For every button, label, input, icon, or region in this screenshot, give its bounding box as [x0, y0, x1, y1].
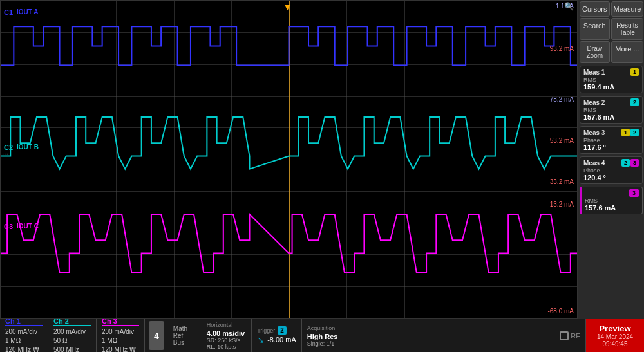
- ch1-bottom-detail3: 120 MHz ₩: [5, 346, 43, 353]
- ref-label: Ref: [173, 332, 194, 339]
- ch3-meas-block: 3 RMS 157.6 mA: [580, 187, 643, 214]
- rf-label: RF: [571, 332, 580, 340]
- y-label-ch2-mid: 53.2 mA: [550, 137, 574, 144]
- meas3-block: Meas 3 1 2 Phase 117.6 °: [580, 126, 643, 154]
- meas1-value: 159.4 mA: [583, 83, 639, 91]
- trigger-symbol: ↘: [257, 335, 265, 345]
- ch3-bottom-detail3: 120 MHz ₩: [102, 346, 139, 353]
- search-button[interactable]: Search: [580, 18, 610, 40]
- preview-time: 09:49:45: [603, 340, 628, 347]
- ch1-bottom-detail1: 200 mA/div: [5, 328, 43, 337]
- ch3-label: C3: [4, 223, 13, 230]
- ch2-bottom-detail3: 500 MHz: [53, 346, 91, 353]
- channel-number-badge: 4: [149, 321, 164, 350]
- ch3-signal-name: IOUT C: [17, 223, 39, 230]
- ch1-signal-name: IOUT A: [17, 8, 39, 15]
- meas3-badge-1: 1: [621, 129, 630, 136]
- main-area: C1 IOUT A C2 IOUT B C3 IOUT C 1.13 A 93.…: [0, 0, 644, 319]
- y-label-ch2-bot: 33.2 mA: [550, 178, 574, 185]
- meas4-title: Meas 4: [583, 160, 605, 167]
- meas2-type: RMS: [583, 107, 639, 113]
- meas3-badge-2: 2: [630, 129, 639, 136]
- ch1-bottom-detail2: 1 MΩ: [5, 337, 43, 346]
- trigger-label: Trigger: [257, 328, 275, 334]
- y-label-ch1-mid: 93.2 mA: [550, 45, 574, 52]
- more-button[interactable]: More ...: [611, 41, 644, 63]
- ch2-signal-name: IOUT B: [17, 144, 39, 151]
- trigger-badge: 2: [278, 326, 287, 335]
- acquisition-label: Acquisition: [307, 325, 338, 331]
- acquisition-block: Acquisition High Res Single: 1/1: [302, 319, 344, 352]
- bottom-bar: Ch 1 200 mA/div 1 MΩ 120 MHz ₩ Ch 2 200 …: [0, 319, 644, 352]
- rf-icon: [560, 331, 569, 340]
- draw-zoom-button[interactable]: Draw Zoom: [580, 41, 610, 63]
- meas1-type: RMS: [583, 77, 639, 83]
- meas1-badge: 1: [630, 68, 639, 76]
- scope-screen: C1 IOUT A C2 IOUT B C3 IOUT C 1.13 A 93.…: [0, 0, 578, 319]
- waveform-display: [1, 1, 577, 318]
- y-label-ch3-top: 13.2 mA: [550, 201, 574, 208]
- search-marker: 🔍: [564, 2, 574, 11]
- right-panel: Cursors Measure Search Results Table Dra…: [578, 0, 644, 319]
- horizontal-rl: RL: 10 kpts: [207, 344, 245, 350]
- trigger-block: Trigger 2 ↘ -8.00 mA: [252, 319, 302, 352]
- meas1-block: Meas 1 1 RMS 159.4 mA: [580, 66, 643, 93]
- ch1-id: C1: [4, 8, 13, 16]
- meas3-title: Meas 3: [583, 129, 605, 136]
- meas2-title: Meas 2: [583, 99, 605, 106]
- ch2-bottom-detail2: 50 Ω: [53, 337, 91, 346]
- bus-label: Bus: [173, 339, 194, 346]
- y-label-ch3-bot: -68.0 mA: [547, 308, 574, 315]
- meas2-block: Meas 2 2 RMS 157.6 mA: [580, 96, 643, 124]
- rf-block: RF: [554, 319, 586, 352]
- preview-date: 14 Mar 2024: [597, 333, 633, 340]
- math-ref-bus: Math Ref Bus: [168, 319, 200, 352]
- ch1-label: C1: [4, 8, 13, 16]
- dots-indicator: ···: [2, 150, 8, 158]
- results-table-button[interactable]: Results Table: [611, 18, 644, 40]
- ch3-bottom-detail1: 200 mA/div: [102, 328, 139, 337]
- meas1-title: Meas 1: [583, 69, 605, 76]
- meas3-type: Phase: [583, 137, 639, 144]
- meas2-badge: 2: [630, 98, 639, 106]
- meas4-badge-2: 3: [630, 159, 639, 167]
- trigger-value: -8.00 mA: [267, 336, 296, 344]
- horizontal-block: Horizontal 4.00 ms/div SR: 250 kS/s RL: …: [200, 319, 252, 352]
- ch2-info: Ch 2 200 mA/div 50 Ω 500 MHz: [48, 319, 97, 352]
- y-label-ch2-top: 78.2 mA: [550, 96, 574, 103]
- preview-label: Preview: [599, 324, 630, 333]
- cursors-button[interactable]: Cursors: [580, 1, 610, 17]
- acquisition-detail1: High Res: [307, 333, 338, 340]
- ch1-info: Ch 1 200 mA/div 1 MΩ 120 MHz ₩: [0, 319, 48, 352]
- horizontal-label: Horizontal: [207, 322, 245, 328]
- math-label: Math: [173, 325, 194, 332]
- meas2-value: 157.6 mA: [583, 113, 639, 121]
- trigger-marker: ▼: [283, 2, 292, 12]
- preview-block[interactable]: Preview 14 Mar 2024 09:49:45: [586, 319, 644, 352]
- ch3-info: Ch 3 200 mA/div 1 MΩ 120 MHz ₩: [97, 319, 145, 352]
- meas4-block: Meas 4 2 3 Phase 120.4 °: [580, 156, 643, 184]
- ch2-bottom-detail1: 200 mA/div: [53, 328, 91, 337]
- meas4-value: 120.4 °: [583, 174, 639, 181]
- meas4-type: Phase: [583, 167, 639, 174]
- meas3-value: 117.6 °: [583, 144, 639, 151]
- ch3-bottom-detail2: 1 MΩ: [102, 337, 139, 346]
- horizontal-value: 4.00 ms/div: [207, 329, 245, 337]
- horizontal-sr: SR: 250 kS/s: [207, 337, 245, 344]
- ch3-meas-value: 157.6 mA: [585, 204, 639, 212]
- meas4-badge-1: 2: [621, 159, 630, 167]
- panel-buttons: Cursors Measure Search Results Table Dra…: [578, 0, 644, 64]
- ch3-meas-badge: 3: [629, 189, 639, 197]
- measure-button[interactable]: Measure: [611, 1, 644, 17]
- acquisition-detail2: Single: 1/1: [307, 340, 338, 347]
- ch3-meas-type: RMS: [585, 198, 639, 204]
